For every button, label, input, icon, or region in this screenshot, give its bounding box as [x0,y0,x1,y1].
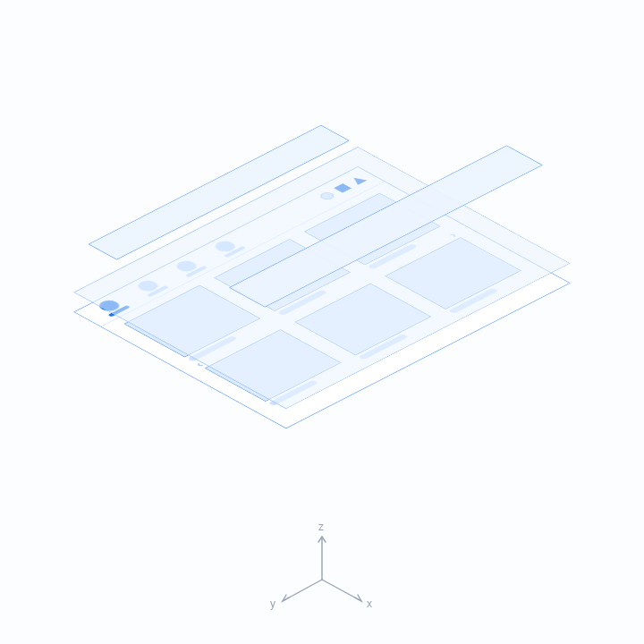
arrowhead-icon [355,595,361,601]
arrowhead-icon [318,537,326,542]
axis-x [322,580,361,601]
isometric-scene: ‹ › [73,166,571,428]
axis-y [283,580,322,601]
layer-stack: ‹ › [73,166,571,428]
axis-label-x: x [367,597,372,610]
axis-label-z: z [318,521,324,533]
axis-label-y: y [270,597,275,610]
arrowhead-icon [283,595,289,601]
